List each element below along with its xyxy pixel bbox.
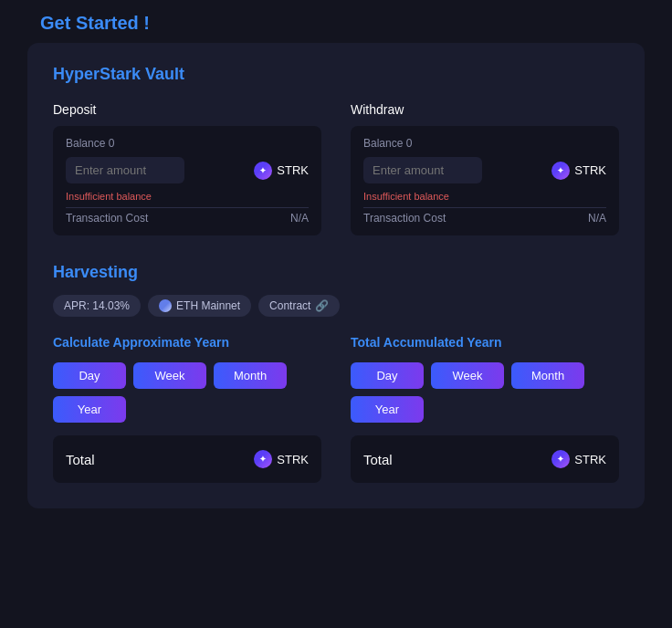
eth-icon [159, 299, 172, 312]
accumulated-month-button[interactable]: Month [511, 362, 584, 389]
accumulated-total-label: Total [363, 452, 393, 467]
withdraw-token-badge: ✦ STRK [551, 162, 606, 180]
apr-tag: APR: 14.03% [53, 295, 141, 317]
deposit-insufficient-balance: Insufficient balance [66, 191, 309, 202]
contract-tag[interactable]: Contract 🔗 [258, 295, 340, 317]
vault-title: HyperStark Vault [53, 65, 619, 84]
contract-tag-label: Contract [269, 299, 310, 312]
network-tag-label: ETH Mainnet [176, 299, 240, 312]
tags-row: APR: 14.03% ETH Mainnet Contract 🔗 [53, 295, 619, 317]
withdraw-insufficient-balance: Insufficient balance [363, 191, 606, 202]
withdraw-card: Balance 0 ✦ STRK Insufficient balance Tr… [351, 126, 619, 236]
deposit-amount-row: ✦ STRK [66, 157, 309, 183]
withdraw-tx-label: Transaction Cost [363, 212, 446, 225]
withdraw-divider [363, 207, 606, 208]
withdraw-amount-input[interactable] [363, 157, 482, 183]
deposit-withdraw-row: Deposit Balance 0 ✦ STRK Insufficient ba… [53, 102, 619, 236]
accumulated-token-label: STRK [574, 453, 606, 466]
withdraw-strk-icon: ✦ [551, 162, 570, 180]
accumulated-time-buttons: Day Week Month Year [351, 362, 619, 423]
calculate-strk-icon: ✦ [254, 450, 272, 468]
accumulated-day-button[interactable]: Day [351, 362, 424, 389]
deposit-balance: Balance 0 [66, 137, 309, 150]
calculate-week-button[interactable]: Week [133, 362, 206, 389]
deposit-tx-label: Transaction Cost [66, 212, 148, 225]
calculate-yearn-title: Calculate Approximate Yearn [53, 335, 321, 350]
apr-tag-label: APR: 14.03% [64, 299, 130, 312]
main-card: HyperStark Vault Deposit Balance 0 ✦ STR… [27, 43, 645, 508]
calculate-yearn-section: Calculate Approximate Yearn Day Week Mon… [53, 335, 321, 483]
deposit-divider [66, 207, 309, 208]
calculate-total-label: Total [66, 452, 95, 467]
accumulated-strk-icon: ✦ [551, 450, 570, 468]
calculate-time-buttons: Day Week Month Year [53, 362, 321, 423]
link-icon: 🔗 [315, 299, 329, 312]
deposit-token-label: STRK [277, 163, 309, 177]
network-tag: ETH Mainnet [148, 295, 251, 317]
calculate-token-label: STRK [277, 453, 309, 466]
deposit-tx-cost-row: Transaction Cost N/A [66, 212, 309, 225]
withdraw-token-label: STRK [574, 163, 606, 177]
accumulated-yearn-section: Total Accumulated Yearn Day Week Month Y… [351, 335, 619, 483]
deposit-card: Balance 0 ✦ STRK Insufficient balance Tr… [53, 126, 321, 236]
calculate-total-card: Total ✦ STRK [53, 435, 321, 483]
deposit-strk-icon: ✦ [254, 162, 272, 180]
withdraw-balance-label: Balance [363, 137, 403, 150]
harvesting-title: Harvesting [53, 263, 619, 282]
withdraw-balance: Balance 0 [363, 137, 606, 150]
deposit-amount-input[interactable] [66, 157, 184, 183]
withdraw-tx-cost-row: Transaction Cost N/A [363, 212, 606, 225]
withdraw-tx-value: N/A [588, 212, 606, 225]
calculate-year-button[interactable]: Year [53, 396, 126, 423]
yearn-row: Calculate Approximate Yearn Day Week Mon… [53, 335, 619, 483]
accumulated-week-button[interactable]: Week [431, 362, 504, 389]
withdraw-label: Withdraw [351, 102, 619, 117]
deposit-token-badge: ✦ STRK [254, 162, 309, 180]
deposit-tx-value: N/A [290, 212, 309, 225]
page-title: Get Started ! [40, 13, 632, 34]
withdraw-balance-value: 0 [406, 137, 413, 150]
deposit-balance-label: Balance [66, 137, 105, 150]
withdraw-amount-row: ✦ STRK [363, 157, 606, 183]
accumulated-year-button[interactable]: Year [351, 396, 424, 423]
accumulated-yearn-title: Total Accumulated Yearn [351, 335, 619, 350]
calculate-token-badge: ✦ STRK [254, 450, 309, 468]
accumulated-total-card: Total ✦ STRK [351, 435, 619, 483]
deposit-balance-value: 0 [109, 137, 115, 150]
deposit-section: Deposit Balance 0 ✦ STRK Insufficient ba… [53, 102, 321, 236]
calculate-month-button[interactable]: Month [214, 362, 287, 389]
withdraw-section: Withdraw Balance 0 ✦ STRK Insufficient b… [351, 102, 619, 236]
deposit-label: Deposit [53, 102, 321, 117]
calculate-day-button[interactable]: Day [53, 362, 126, 389]
accumulated-token-badge: ✦ STRK [551, 450, 606, 468]
page-header: Get Started ! [0, 0, 672, 43]
